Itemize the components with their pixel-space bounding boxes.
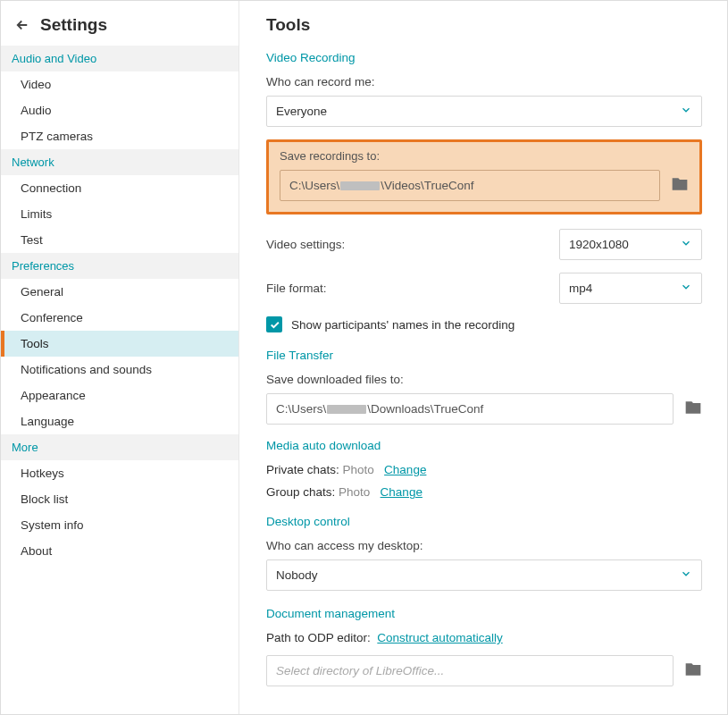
nav-item-notifications[interactable]: Notifications and sounds — [1, 357, 238, 383]
redacted-username — [327, 405, 366, 414]
settings-title: Settings — [40, 15, 107, 35]
group-chats-change-link[interactable]: Change — [381, 485, 423, 499]
folder-icon[interactable] — [684, 399, 702, 419]
nav-item-about[interactable]: About — [1, 538, 238, 564]
who-can-record-select[interactable]: Everyone — [266, 96, 702, 127]
nav-item-tools[interactable]: Tools — [1, 331, 238, 357]
nav-group-audio-video: Audio and Video — [1, 46, 238, 72]
nav-item-conference[interactable]: Conference — [1, 305, 238, 331]
nav-group-network: Network — [1, 149, 238, 175]
show-names-checkbox[interactable] — [266, 316, 282, 332]
section-video-recording: Video Recording — [266, 51, 702, 64]
save-recordings-label: Save recordings to: — [280, 149, 689, 163]
sidebar: Settings Audio and Video Video Audio PTZ… — [1, 1, 239, 714]
nav-item-test[interactable]: Test — [1, 227, 238, 253]
file-format-select[interactable]: mp4 — [559, 273, 702, 304]
section-file-transfer: File Transfer — [266, 349, 702, 362]
private-chats-value: Photo — [343, 463, 374, 476]
desktop-access-label: Who can access my desktop: — [266, 539, 702, 552]
chevron-down-icon — [680, 237, 692, 252]
nav-item-audio[interactable]: Audio — [1, 97, 238, 123]
nav-item-limits[interactable]: Limits — [1, 201, 238, 227]
nav-item-connection[interactable]: Connection — [1, 175, 238, 201]
nav-item-ptz-cameras[interactable]: PTZ cameras — [1, 123, 238, 149]
nav-item-block-list[interactable]: Block list — [1, 486, 238, 512]
nav-item-appearance[interactable]: Appearance — [1, 383, 238, 408]
chevron-down-icon — [680, 281, 692, 296]
nav-group-preferences: Preferences — [1, 253, 238, 279]
folder-icon[interactable] — [684, 660, 702, 681]
main-panel: Tools Video Recording Who can record me:… — [239, 1, 727, 714]
section-desktop-control: Desktop control — [266, 515, 702, 528]
file-format-label: File format: — [266, 282, 327, 295]
who-can-record-value: Everyone — [276, 105, 327, 118]
nav-item-general[interactable]: General — [1, 279, 238, 305]
private-chats-change-link[interactable]: Change — [384, 463, 426, 476]
save-recordings-path-input[interactable]: C:\Users\\Videos\TrueConf — [280, 170, 660, 201]
desktop-access-select[interactable]: Nobody — [266, 559, 702, 591]
group-chats-row: Group chats: Photo Change — [266, 485, 702, 499]
who-can-record-label: Who can record me: — [266, 75, 702, 88]
chevron-down-icon — [680, 104, 692, 119]
video-settings-value: 1920x1080 — [569, 238, 629, 251]
video-settings-label: Video settings: — [266, 238, 345, 251]
save-downloads-label: Save downloaded files to: — [266, 373, 702, 386]
show-names-label: Show participants' names in the recordin… — [291, 318, 515, 332]
save-downloads-path-input[interactable]: C:\Users\\Downloads\TrueConf — [266, 393, 674, 425]
construct-automatically-link[interactable]: Construct automatically — [377, 631, 502, 644]
odp-editor-row: Path to ODP editor: Construct automatica… — [266, 631, 702, 644]
desktop-access-value: Nobody — [276, 568, 318, 582]
back-arrow-icon[interactable] — [13, 16, 31, 34]
group-chats-value: Photo — [339, 485, 370, 499]
sidebar-header: Settings — [1, 1, 238, 46]
nav-item-hotkeys[interactable]: Hotkeys — [1, 460, 238, 486]
video-settings-select[interactable]: 1920x1080 — [559, 229, 702, 260]
nav-item-language[interactable]: Language — [1, 408, 238, 434]
section-media-auto-download: Media auto download — [266, 439, 702, 452]
nav-group-more: More — [1, 434, 238, 460]
private-chats-row: Private chats: Photo Change — [266, 463, 702, 476]
nav-item-video[interactable]: Video — [1, 72, 238, 97]
folder-icon[interactable] — [671, 175, 689, 196]
page-title: Tools — [266, 15, 702, 35]
chevron-down-icon — [680, 568, 692, 583]
redacted-username — [340, 181, 380, 190]
file-format-value: mp4 — [569, 282, 592, 295]
nav-item-system-info[interactable]: System info — [1, 512, 238, 538]
libreoffice-dir-input[interactable]: Select directory of LibreOffice... — [266, 655, 674, 686]
section-document-management: Document management — [266, 607, 702, 620]
save-recordings-highlight: Save recordings to: C:\Users\\Videos\Tru… — [266, 139, 702, 214]
